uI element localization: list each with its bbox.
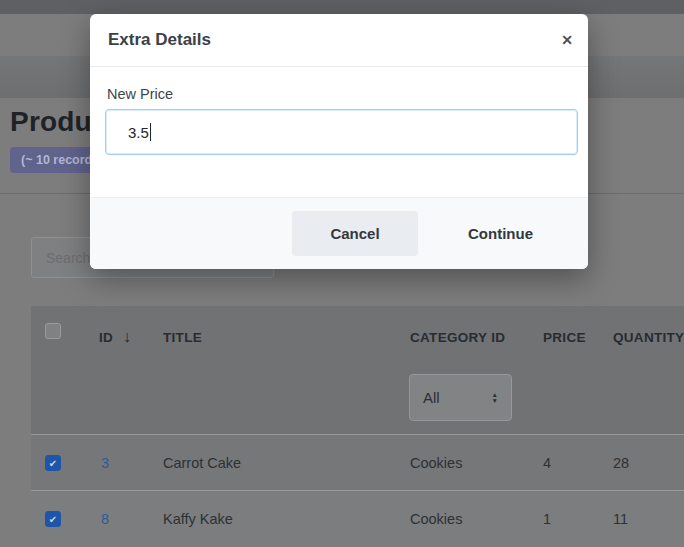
modal-header: Extra Details ✕: [90, 14, 588, 67]
new-price-input[interactable]: 3.5: [105, 109, 578, 155]
close-icon[interactable]: ✕: [552, 25, 582, 55]
modal-title: Extra Details: [108, 30, 211, 50]
extra-details-modal: Extra Details ✕ New Price 3.5 Cancel Con…: [90, 14, 588, 269]
text-caret: [150, 123, 152, 141]
continue-button[interactable]: Continue: [448, 211, 553, 256]
cancel-button[interactable]: Cancel: [292, 211, 418, 256]
new-price-value: 3.5: [128, 124, 149, 141]
modal-footer: Cancel Continue: [90, 197, 588, 269]
new-price-label: New Price: [107, 86, 173, 102]
modal-body: New Price 3.5: [90, 67, 588, 197]
app-screen: Products (~ 10 records) ID ↓ TITLE CATEG…: [0, 0, 684, 547]
